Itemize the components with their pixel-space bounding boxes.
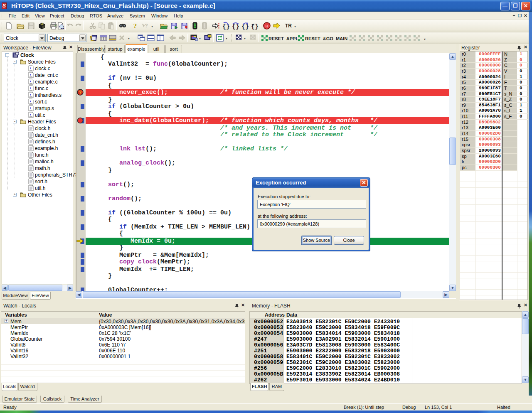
svg-text:H: H (266, 24, 268, 28)
svg-text:?: ? (133, 22, 137, 30)
svg-text:?: ? (145, 22, 148, 29)
svg-text:{}: {} (251, 23, 259, 30)
svg-text:{}: {} (222, 23, 230, 30)
svg-text:?: ? (79, 90, 82, 95)
svg-text:{}: {} (241, 23, 249, 30)
